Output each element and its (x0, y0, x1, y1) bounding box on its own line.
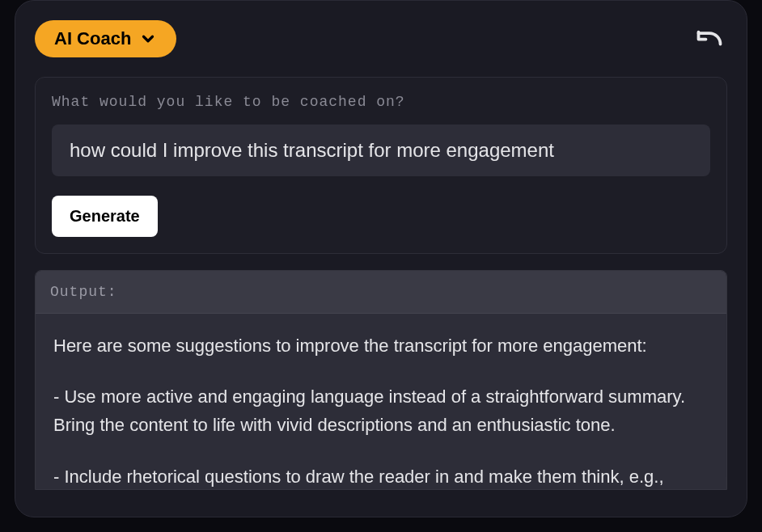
output-box[interactable]: Output: Here are some suggestions to imp… (35, 270, 727, 490)
output-paragraph: - Use more active and engaging language … (53, 382, 709, 439)
prompt-input[interactable] (52, 125, 710, 176)
prompt-label: What would you like to be coached on? (52, 94, 710, 110)
output-header: Output: (36, 271, 726, 314)
ai-coach-label: AI Coach (54, 28, 131, 49)
output-paragraph: - Include rhetorical questions to draw t… (53, 462, 709, 490)
ai-coach-dropdown[interactable]: AI Coach (35, 20, 176, 57)
back-button[interactable] (692, 20, 727, 59)
chevron-down-icon (139, 30, 157, 48)
prompt-box: What would you like to be coached on? Ge… (35, 77, 727, 254)
header-row: AI Coach (35, 20, 727, 59)
main-panel: AI Coach What would you like to be coach… (15, 0, 747, 517)
generate-button[interactable]: Generate (52, 196, 158, 237)
output-content: Here are some suggestions to improve the… (36, 314, 726, 490)
undo-arrow-icon (695, 23, 724, 53)
output-paragraph: Here are some suggestions to improve the… (53, 331, 709, 360)
